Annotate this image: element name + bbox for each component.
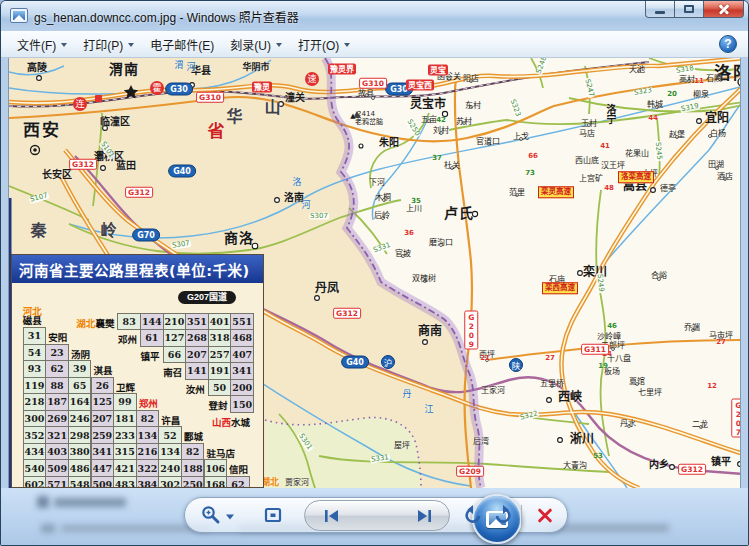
g207-road-badge: G207国道 <box>178 291 236 304</box>
table-cell: 384 <box>136 476 160 488</box>
table-cell: 191 <box>208 362 232 380</box>
maximize-icon <box>684 5 694 13</box>
table-cell: 164 <box>68 393 92 411</box>
map-image: 高陵渭南华县华阴市潼关临潼区西安灞桥区蓝田长安区秦岭商洛洛南丹凤商南省华山灵宝市… <box>9 58 740 488</box>
table-cell: 54 <box>23 344 47 362</box>
table-cell: 240 <box>158 459 182 477</box>
table-cell: 548 <box>68 476 92 488</box>
menu-open[interactable]: 打开(O) <box>290 33 358 56</box>
table-cell: 150 <box>230 395 254 413</box>
delete-button[interactable] <box>536 506 554 524</box>
table-cell: 83 <box>117 313 141 331</box>
table-city-name: 襄樊 <box>95 318 114 329</box>
toolbar-divider <box>521 505 522 527</box>
table-cell: 351 <box>185 313 209 331</box>
table-cell: 341 <box>91 443 115 461</box>
table-city-label: 汝州 <box>186 382 205 396</box>
table-city-label: 山西水城 <box>212 415 250 429</box>
table-city-name: 郾城 <box>184 431 203 442</box>
table-cell: 23 <box>45 344 69 362</box>
table-cell: 66 <box>163 346 187 364</box>
toolbar <box>184 497 568 533</box>
fit-button[interactable] <box>263 505 283 525</box>
title-bar[interactable]: gs_henan.downcc.com.jpg - Windows 照片查看器 <box>1 1 748 31</box>
table-cell: 181 <box>113 410 137 428</box>
table-cell: 62 <box>45 360 69 378</box>
help-icon: ? <box>724 37 731 51</box>
delete-icon <box>536 506 554 524</box>
table-cell: 82 <box>181 443 205 461</box>
table-cell: 602 <box>23 476 47 488</box>
menu-print[interactable]: 打印(P) <box>75 33 142 56</box>
table-cell: 380 <box>68 443 92 461</box>
menu-open-label: 打开(O) <box>298 36 339 53</box>
table-cell: 125 <box>91 393 115 411</box>
table-cell: 298 <box>68 426 92 444</box>
previous-button[interactable] <box>323 508 343 524</box>
zoom-button[interactable] <box>200 504 222 526</box>
menu-file-label: 文件(F) <box>17 36 56 53</box>
fit-to-window-icon <box>263 505 283 525</box>
hubei-region <box>265 418 421 488</box>
chevron-down-icon <box>61 43 67 47</box>
rotate-ccw-icon <box>462 504 484 526</box>
table-region-label: 山西 <box>212 417 231 428</box>
window-controls <box>645 1 744 18</box>
table-cell: 65 <box>68 377 92 395</box>
table-city-name: 汤阴 <box>71 349 90 360</box>
table-cell: 187 <box>45 393 69 411</box>
table-cell: 246 <box>68 410 92 428</box>
previous-icon <box>323 508 343 524</box>
navigation-group <box>304 500 450 531</box>
table-cell: 341 <box>230 362 254 380</box>
rotate-cw-icon <box>492 504 514 526</box>
table-city-name: 淇县 <box>94 365 113 376</box>
table-cell: 134 <box>158 443 182 461</box>
help-button[interactable]: ? <box>719 35 737 53</box>
table-city-label: 驻马店 <box>207 446 236 460</box>
next-icon <box>413 508 433 524</box>
table-city-label: 信阳 <box>229 462 248 476</box>
window-title: gs_henan.downcc.com.jpg - Windows 照片查看器 <box>34 8 299 25</box>
table-cell: 250 <box>181 476 205 488</box>
table-region-label: 湖北 <box>76 318 95 329</box>
menu-print-label: 打印(P) <box>83 36 123 53</box>
table-city-label: 许昌 <box>161 413 180 427</box>
photo-file-icon <box>10 8 28 23</box>
photo-viewer-window: gs_henan.downcc.com.jpg - Windows 照片查看器 … <box>0 0 749 546</box>
rotate-cw-button[interactable] <box>492 504 514 526</box>
chevron-down-icon <box>276 43 282 47</box>
menu-file[interactable]: 文件(F) <box>9 33 75 56</box>
table-city-name: 水城 <box>231 417 250 428</box>
minimize-button[interactable] <box>645 1 675 18</box>
table-cell: 302 <box>158 476 182 488</box>
table-city-name: 郑州 <box>139 398 158 409</box>
desktop-blur-blob <box>37 496 49 508</box>
table-city-label: 汤阴 <box>71 347 90 361</box>
table-cell: 62 <box>226 476 250 488</box>
table-city-label: 安阳 <box>48 330 67 344</box>
table-cell: 119 <box>23 377 47 395</box>
table-cell: 300 <box>23 410 47 428</box>
menu-email[interactable]: 电子邮件(E) <box>142 33 222 56</box>
close-button[interactable] <box>704 1 744 18</box>
menu-burn[interactable]: 刻录(U) <box>222 33 290 56</box>
table-cell: 188 <box>181 459 205 477</box>
menu-burn-label: 刻录(U) <box>230 36 271 53</box>
next-button[interactable] <box>413 508 433 524</box>
table-cell: 216 <box>136 443 160 461</box>
zoom-dropdown[interactable] <box>226 515 234 520</box>
table-cell: 52 <box>158 426 182 444</box>
table-cell: 134 <box>136 426 160 444</box>
table-city-name: 邓州 <box>118 334 137 345</box>
maximize-button[interactable] <box>675 1 704 18</box>
table-city-name: 南召 <box>163 367 182 378</box>
chevron-down-icon <box>344 43 350 47</box>
table-title: 河南省主要公路里程表(单位:千米) <box>12 255 263 283</box>
table-city-label: 郑州 <box>139 396 158 410</box>
table-city-label: 南召 <box>163 365 182 379</box>
menu-bar: 文件(F) 打印(P) 电子邮件(E) 刻录(U) 打开(O) ? <box>1 31 748 58</box>
rotate-ccw-button[interactable] <box>462 504 484 526</box>
table-cell: 93 <box>23 360 47 378</box>
chevron-down-icon <box>128 43 134 47</box>
